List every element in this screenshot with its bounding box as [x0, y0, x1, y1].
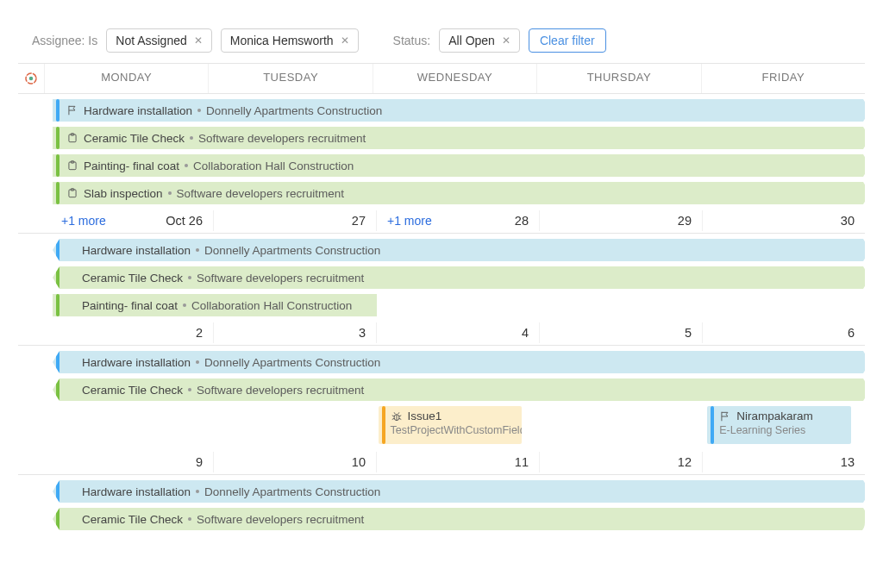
filter-chip-not-assigned[interactable]: Not Assigned ✕: [106, 28, 212, 53]
event-title: Issue1: [408, 410, 442, 422]
dot-separator: [183, 303, 186, 307]
date-label: 13: [841, 455, 855, 469]
date-cell[interactable]: 3: [213, 322, 376, 343]
date-cell[interactable]: 6: [702, 322, 865, 343]
event-bar[interactable]: Painting- final coatCollaboration Hall C…: [53, 294, 377, 316]
date-label: Oct 26: [166, 214, 203, 228]
event-bar[interactable]: Ceramic Tile CheckSoftware developers re…: [53, 266, 866, 289]
date-cell[interactable]: 12: [539, 452, 702, 472]
event-stripe: [382, 406, 385, 444]
dot-separator: [188, 388, 191, 391]
event-stripe: [56, 182, 59, 204]
event-title: Ceramic Tile Check: [84, 132, 185, 145]
bug-icon: [391, 410, 403, 422]
event-bar[interactable]: Hardware installationDonnelly Apartments…: [53, 480, 866, 503]
event-bar[interactable]: Hardware installationDonnelly Apartments…: [53, 239, 866, 261]
date-label: 12: [678, 455, 692, 469]
dot-separator: [196, 490, 199, 493]
date-cell[interactable]: 27: [213, 210, 376, 231]
clear-filter-button[interactable]: Clear filter: [529, 28, 606, 53]
week-block: Hardware installationDonnelly Apartments…: [18, 233, 865, 345]
milestone-icon: [719, 410, 731, 422]
dot-separator: [196, 248, 199, 252]
event-bar[interactable]: Ceramic Tile CheckSoftware developers re…: [53, 378, 866, 401]
more-link[interactable]: +1 more: [61, 214, 106, 228]
event-stripe: [56, 508, 59, 530]
close-icon[interactable]: ✕: [341, 34, 349, 47]
date-label: 9: [196, 455, 203, 469]
event-title: Ceramic Tile Check: [82, 384, 183, 397]
event-stripe: [56, 99, 59, 122]
date-label: 10: [352, 455, 366, 469]
event-bar[interactable]: Ceramic Tile CheckSoftware developers re…: [53, 508, 866, 530]
close-icon[interactable]: ✕: [502, 34, 510, 47]
date-cell[interactable]: 5: [539, 322, 702, 343]
event-title: Ceramic Tile Check: [82, 513, 183, 526]
dot-separator: [185, 164, 188, 167]
event-project: Collaboration Hall Construction: [193, 160, 354, 172]
event-project: Donnelly Apartments Construction: [204, 356, 380, 369]
event-bar[interactable]: Slab inspectionSoftware developers recru…: [53, 182, 866, 204]
calendar-settings[interactable]: [18, 64, 44, 93]
event-area: Hardware installationDonnelly Apartments…: [18, 94, 865, 204]
event-card[interactable]: NirampakaramE-Learning Series: [707, 406, 851, 444]
task-icon: [66, 160, 78, 172]
event-bar[interactable]: Hardware installationDonnelly Apartments…: [53, 351, 866, 373]
date-label: 5: [685, 326, 692, 340]
week-block: Hardware installationDonnelly Apartments…: [18, 94, 865, 233]
event-area: Hardware installationDonnelly Apartments…: [18, 346, 865, 447]
positioned-row: Issue1TestProjectWithCustomFieldsNirampa…: [18, 406, 865, 447]
chip-text: Not Assigned: [116, 34, 187, 47]
day-header-thursday: THURSDAY: [536, 64, 700, 93]
event-stripe: [56, 266, 59, 289]
filter-bar: Assignee: Is Not Assigned ✕ Monica Hemsw…: [18, 18, 865, 64]
date-cell[interactable]: 29: [539, 210, 702, 231]
event-title: Hardware installation: [82, 485, 191, 498]
week-block: Hardware installationDonnelly Apartments…: [18, 474, 865, 530]
filter-chip-status[interactable]: All Open ✕: [439, 28, 520, 53]
event-title: Nirampakaram: [736, 410, 813, 422]
event-bar[interactable]: Ceramic Tile CheckSoftware developers re…: [53, 127, 866, 149]
date-cell[interactable]: 4: [376, 322, 539, 343]
status-label: Status:: [393, 34, 431, 47]
event-stripe: [56, 239, 59, 261]
event-subtitle: E-Learning Series: [719, 424, 844, 436]
date-cell[interactable]: +1 moreOct 26: [44, 210, 213, 231]
task-icon: [66, 187, 78, 199]
week-block: Hardware installationDonnelly Apartments…: [18, 345, 865, 474]
date-cell[interactable]: 11: [376, 452, 539, 472]
date-cell[interactable]: 2: [44, 322, 213, 343]
date-cell[interactable]: +1 more28: [376, 210, 539, 231]
day-header-row: MONDAY TUESDAY WEDNESDAY THURSDAY FRIDAY: [18, 64, 865, 94]
day-header-monday: MONDAY: [44, 64, 208, 93]
calendar-view: Assignee: Is Not Assigned ✕ Monica Hemsw…: [17, 17, 866, 536]
day-header-friday: FRIDAY: [701, 64, 865, 93]
date-label: 11: [515, 455, 529, 469]
event-bar[interactable]: Painting- final coatCollaboration Hall C…: [53, 154, 866, 177]
event-area: Hardware installationDonnelly Apartments…: [18, 475, 865, 530]
event-project: Software developers recruitment: [197, 513, 364, 526]
date-cell[interactable]: 10: [213, 452, 376, 472]
event-title: Slab inspection: [84, 187, 163, 200]
event-project: Donnelly Apartments Construction: [204, 244, 380, 257]
day-header-tuesday: TUESDAY: [208, 64, 372, 93]
date-cell[interactable]: 30: [702, 210, 865, 231]
filter-chip-monica[interactable]: Monica Hemsworth ✕: [221, 28, 359, 53]
event-bar[interactable]: Hardware installationDonnelly Apartments…: [53, 99, 866, 122]
event-project: Software developers recruitment: [198, 132, 366, 145]
date-label: 27: [352, 214, 366, 228]
date-row: 23456: [18, 322, 865, 345]
date-cell[interactable]: 13: [702, 452, 865, 472]
event-stripe: [56, 378, 59, 401]
svg-point-1: [29, 77, 34, 81]
event-title: Painting- final coat: [84, 160, 179, 172]
event-title: Ceramic Tile Check: [82, 272, 183, 285]
event-card[interactable]: Issue1TestProjectWithCustomFields: [379, 406, 523, 444]
date-row: 910111213: [18, 451, 865, 474]
more-link[interactable]: +1 more: [387, 214, 432, 228]
gear-icon: [23, 71, 39, 86]
day-header-wednesday: WEDNESDAY: [373, 64, 536, 93]
dot-separator: [188, 517, 191, 521]
close-icon[interactable]: ✕: [194, 34, 203, 47]
date-cell[interactable]: 9: [44, 452, 213, 472]
